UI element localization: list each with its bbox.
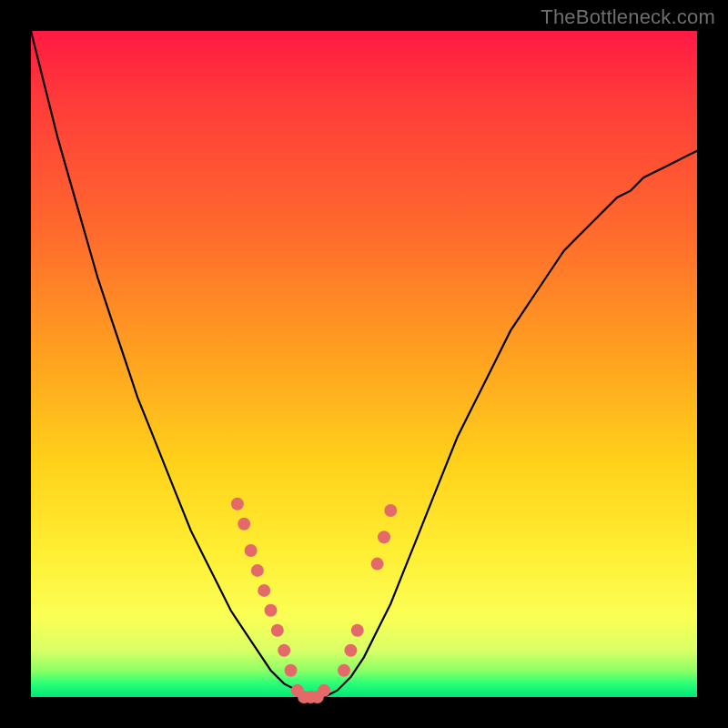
sample-dot (245, 544, 258, 557)
sample-dot (285, 664, 298, 677)
plot-area (31, 31, 697, 697)
sample-dot (278, 644, 290, 657)
sample-dots (231, 498, 397, 703)
sample-dot (338, 664, 350, 677)
chart-frame: TheBottleneck.com (0, 0, 728, 728)
sample-dot (231, 498, 244, 511)
sample-dot (371, 558, 384, 571)
sample-dot (378, 531, 390, 543)
sample-dot (344, 644, 357, 657)
sample-dot (271, 624, 284, 637)
sample-dot (238, 518, 250, 531)
sample-dot (265, 604, 278, 617)
watermark-text: TheBottleneck.com (541, 5, 715, 29)
bottleneck-curve (31, 31, 697, 697)
sample-dot (384, 504, 397, 517)
sample-dot (251, 564, 264, 577)
sample-dot (258, 584, 270, 597)
sample-dot (351, 624, 364, 637)
curve-layer (31, 31, 697, 697)
sample-dot (318, 684, 330, 697)
